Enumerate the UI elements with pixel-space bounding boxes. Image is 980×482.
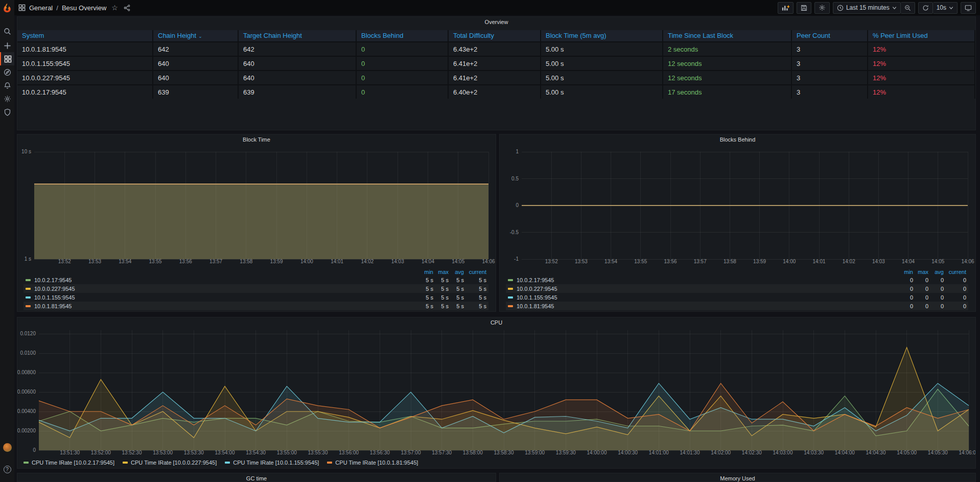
- series-name: CPU Time IRate [10.0.2.17:9545]: [32, 460, 114, 466]
- column-header[interactable]: Time Since Last Block: [663, 30, 792, 41]
- legend-stat-value: 0: [898, 286, 913, 292]
- refresh-interval-picker[interactable]: 10s: [933, 2, 958, 14]
- legend-stat-column[interactable]: min: [898, 269, 913, 275]
- column-header[interactable]: Peer Count: [792, 30, 868, 41]
- legend-stat-value: 5 s: [418, 286, 433, 292]
- legend-stat-value: 0: [928, 286, 944, 292]
- table-cell: 0: [357, 42, 449, 56]
- table-cell: 640: [153, 71, 239, 84]
- create-icon[interactable]: [0, 39, 14, 52]
- legend-row[interactable]: 10.0.2.17:95450000: [506, 276, 968, 284]
- cycle-view-mode-button[interactable]: [961, 2, 976, 14]
- legend-row[interactable]: 10.0.0.227:95455 s5 s5 s5 s: [24, 284, 488, 293]
- svg-text:14:06: 14:06: [961, 259, 974, 264]
- svg-text:13:55: 13:55: [634, 259, 647, 264]
- column-header[interactable]: Chain Height⌄: [153, 30, 239, 41]
- time-range-picker[interactable]: Last 15 minutes: [833, 2, 901, 14]
- legend-stat-value: 0: [944, 294, 966, 301]
- share-icon[interactable]: [124, 5, 130, 11]
- block-time-panel: Block Time 10 s1 s13:5213:5313:5413:5513…: [17, 134, 496, 312]
- legend-stat-value: 5 s: [449, 277, 464, 283]
- table-cell: 12%: [868, 57, 975, 70]
- configuration-icon[interactable]: [0, 92, 14, 105]
- add-panel-button[interactable]: [778, 2, 794, 14]
- breadcrumb-title[interactable]: Besu Overview: [62, 4, 106, 12]
- panel-title[interactable]: GC time: [17, 473, 496, 482]
- explore-icon[interactable]: [0, 65, 14, 79]
- legend-row[interactable]: 10.0.0.227:95450000: [506, 284, 968, 293]
- svg-text:13:53:30: 13:53:30: [184, 450, 204, 455]
- series-color-swatch: [26, 296, 31, 299]
- svg-text:13:52: 13:52: [545, 259, 558, 264]
- column-header[interactable]: % Peer Limit Used: [868, 30, 975, 41]
- table-cell: 12%: [868, 71, 975, 84]
- svg-text:13:59: 13:59: [270, 259, 283, 264]
- help-icon[interactable]: ?: [0, 463, 14, 476]
- zoom-out-button[interactable]: [901, 2, 915, 14]
- svg-text:0.00200: 0.00200: [17, 428, 36, 433]
- legend-stat-column[interactable]: max: [913, 269, 928, 275]
- legend-stat-column[interactable]: avg: [928, 269, 944, 275]
- legend-header-row: minmaxavgcurrent: [24, 268, 488, 276]
- legend-stat-value: 0: [898, 277, 913, 283]
- series-color-swatch: [508, 279, 513, 281]
- panel-title[interactable]: Overview: [17, 17, 975, 27]
- svg-text:13:59:00: 13:59:00: [525, 450, 545, 455]
- grafana-logo-icon[interactable]: [2, 3, 13, 14]
- server-admin-icon[interactable]: [0, 105, 14, 119]
- legend-stat-value: 5 s: [464, 294, 486, 301]
- legend-row[interactable]: 10.0.1.155:95455 s5 s5 s5 s: [24, 293, 488, 302]
- user-avatar[interactable]: [0, 441, 14, 454]
- svg-text:14:02:30: 14:02:30: [742, 450, 762, 455]
- legend-stat-column[interactable]: max: [433, 269, 449, 275]
- legend-row[interactable]: 10.0.1.81:95450000: [506, 302, 968, 310]
- legend-stat-column[interactable]: min: [418, 269, 433, 275]
- search-icon[interactable]: [0, 25, 14, 38]
- breadcrumb-section[interactable]: General: [29, 4, 53, 12]
- legend-item[interactable]: CPU Time IRate [10.0.0.227:9545]: [123, 460, 217, 466]
- legend-stat-column[interactable]: current: [464, 269, 486, 275]
- dashboards-icon[interactable]: [0, 52, 14, 65]
- svg-text:14:03:30: 14:03:30: [804, 450, 824, 455]
- refresh-button[interactable]: [918, 2, 933, 14]
- svg-text:14:04:00: 14:04:00: [835, 450, 855, 455]
- column-header[interactable]: Blocks Behind: [357, 30, 449, 41]
- legend-stat-value: 0: [913, 303, 928, 309]
- series-name: CPU Time IRate [10.0.1.155:9545]: [233, 460, 319, 466]
- svg-text:13:55:30: 13:55:30: [308, 450, 328, 455]
- svg-text:13:53: 13:53: [575, 259, 588, 264]
- panel-title[interactable]: Memory Used: [500, 473, 975, 482]
- svg-text:0.5: 0.5: [511, 176, 519, 181]
- svg-text:14:00: 14:00: [783, 259, 796, 264]
- legend-stat-column[interactable]: current: [944, 269, 966, 275]
- legend-item[interactable]: CPU Time IRate [10.0.1.155:9545]: [225, 460, 319, 466]
- star-icon[interactable]: ☆: [111, 4, 118, 11]
- column-header[interactable]: Target Chain Height: [239, 30, 357, 41]
- legend-item[interactable]: CPU Time IRate [10.0.2.17:9545]: [24, 460, 114, 466]
- alerting-icon[interactable]: [0, 79, 14, 92]
- dashboard-settings-button[interactable]: [814, 2, 830, 14]
- svg-text:14:01: 14:01: [331, 259, 343, 264]
- legend-row[interactable]: 10.0.1.81:95455 s5 s5 s5 s: [24, 302, 488, 310]
- column-header[interactable]: Total Difficulty: [449, 30, 541, 41]
- legend-stat-value: 5 s: [433, 294, 449, 301]
- series-color-swatch: [225, 462, 230, 464]
- legend-stat-value: 0: [928, 277, 944, 283]
- series-name: 10.0.1.81:9545: [34, 303, 418, 309]
- svg-text:14:05:00: 14:05:00: [897, 450, 917, 455]
- legend-row[interactable]: 10.0.1.155:95450000: [506, 293, 968, 302]
- series-color-swatch: [508, 305, 513, 307]
- legend-row[interactable]: 10.0.2.17:95455 s5 s5 s5 s: [24, 276, 488, 284]
- legend-stat-column[interactable]: avg: [449, 269, 464, 275]
- column-header[interactable]: System: [17, 30, 153, 41]
- series-color-swatch: [508, 288, 513, 290]
- dashboard-grid-icon: [18, 4, 26, 11]
- table-cell: 0: [357, 71, 449, 84]
- table-body: 10.0.1.81:954564264206.43e+25.00 s2 seco…: [17, 41, 975, 99]
- legend-item[interactable]: CPU Time IRate [10.0.1.81:9545]: [327, 460, 418, 466]
- svg-text:13:54:30: 13:54:30: [246, 450, 266, 455]
- column-header[interactable]: Block Time (5m avg): [541, 30, 663, 41]
- cpu-chart[interactable]: 0.01200.01000.008000.006000.004000.00200…: [17, 317, 975, 468]
- table-cell: 12 seconds: [663, 71, 792, 84]
- save-dashboard-button[interactable]: [797, 2, 811, 14]
